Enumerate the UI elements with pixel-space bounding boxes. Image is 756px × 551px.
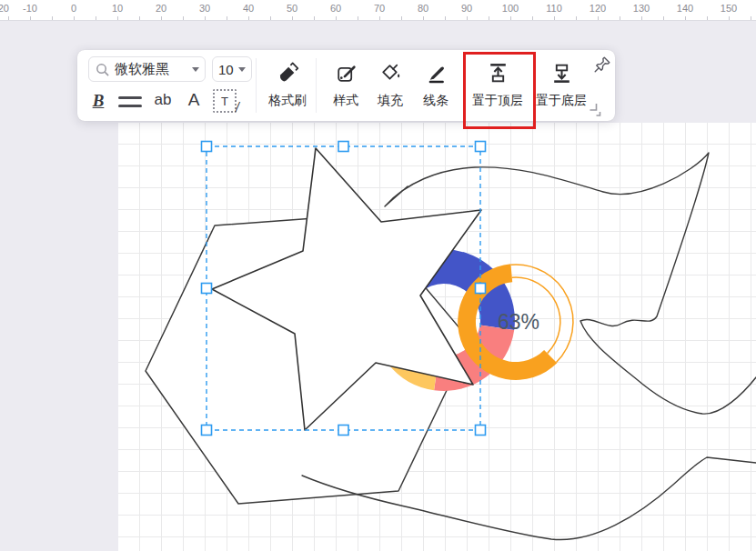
chevron-down-icon xyxy=(192,67,199,72)
a-glyph: A xyxy=(188,90,200,110)
ruler-tick xyxy=(30,16,31,20)
ruler-label: 60 xyxy=(324,3,348,14)
ruler-label: -10 xyxy=(18,3,42,14)
ruler-tick xyxy=(467,16,468,20)
ruler-label: 10 xyxy=(106,3,129,14)
bold-underline-glyph: B xyxy=(93,91,105,111)
send-to-back-label: 置于底层 xyxy=(536,93,587,109)
app-window: { "ruler": { "values": ["-20","-10","0",… xyxy=(0,0,756,551)
ab-glyph: ab xyxy=(155,91,172,109)
send-to-back-button[interactable]: 置于底层 xyxy=(531,55,591,115)
ruler-tick xyxy=(620,16,620,20)
ruler-label: 140 xyxy=(673,3,697,14)
bold-underline-button[interactable]: B xyxy=(86,88,110,114)
ruler-tick xyxy=(248,16,249,20)
ruler-label: 100 xyxy=(499,3,522,14)
ruler-tick xyxy=(139,16,140,20)
ruler-label: 90 xyxy=(455,3,479,14)
bring-to-front-button[interactable]: 置于顶层 xyxy=(468,55,528,115)
ruler-tick xyxy=(532,16,533,20)
collapse-corner-icon[interactable] xyxy=(584,101,604,119)
ruler-tick xyxy=(641,16,642,20)
font-family-select[interactable]: 微软雅黑 xyxy=(88,56,206,82)
ruler-label: 50 xyxy=(280,3,304,14)
ruler-tick xyxy=(663,16,664,20)
drawing-canvas[interactable] xyxy=(118,123,756,551)
ruler-tick xyxy=(270,16,271,20)
ruler-tick xyxy=(576,16,577,20)
ruler-tick xyxy=(598,16,599,20)
ruler-label: 150 xyxy=(717,3,741,14)
line-button[interactable]: 线条 xyxy=(415,55,457,115)
ruler-label: 40 xyxy=(237,3,260,14)
line-icon xyxy=(424,55,449,90)
toolbar-divider xyxy=(316,58,317,113)
ruler-tick xyxy=(314,16,315,20)
ruler-tick xyxy=(751,16,751,20)
ruler-tick xyxy=(74,16,75,20)
format-painter-label: 格式刷 xyxy=(268,93,307,109)
ruler-tick xyxy=(379,16,380,20)
horizontal-lines-icon xyxy=(118,96,142,107)
chevron-down-icon xyxy=(238,67,246,72)
horizontal-ruler: -20-100102030405060708090100110120130140… xyxy=(0,0,756,21)
send-to-back-icon xyxy=(549,55,574,90)
ruler-tick xyxy=(227,16,227,20)
ruler-tick xyxy=(554,16,555,20)
ruler-tick xyxy=(161,16,162,20)
ruler-tick xyxy=(423,16,424,20)
ruler-tick xyxy=(96,16,96,20)
ruler-tick xyxy=(445,16,446,20)
ruler-tick xyxy=(685,16,686,20)
ruler-label: 80 xyxy=(411,3,435,14)
ruler-tick xyxy=(205,16,206,20)
font-size-select[interactable]: 10 xyxy=(212,56,252,82)
text-box-glyph: T xyxy=(221,95,228,108)
style-label: 样式 xyxy=(333,93,358,109)
ruler-tick xyxy=(183,16,184,20)
strikethrough-lines-button[interactable] xyxy=(116,90,145,114)
pin-icon[interactable] xyxy=(592,55,612,75)
ruler-tick xyxy=(729,16,730,20)
ruler-tick xyxy=(489,16,489,20)
ruler-tick xyxy=(401,16,402,20)
font-color-button[interactable]: A xyxy=(181,88,207,112)
font-family-value: 微软雅黑 xyxy=(115,61,188,78)
style-icon xyxy=(334,55,358,90)
ruler-label: 70 xyxy=(368,3,391,14)
toolbar-divider xyxy=(256,58,257,113)
bring-to-front-icon xyxy=(486,55,510,90)
ruler-tick xyxy=(510,16,511,20)
ruler-tick xyxy=(292,16,293,20)
ruler-tick xyxy=(8,16,9,20)
ruler-tick xyxy=(52,16,53,20)
ruler-label: 20 xyxy=(149,3,173,14)
line-label: 线条 xyxy=(423,93,449,109)
ruler-label: 120 xyxy=(586,3,610,14)
text-box-icon: T / xyxy=(213,89,237,113)
ruler-tick xyxy=(358,16,358,20)
ruler-tick xyxy=(336,16,337,20)
format-painter-button[interactable]: 格式刷 xyxy=(262,55,313,115)
ruler-label: -20 xyxy=(0,3,14,14)
fill-icon xyxy=(378,55,403,90)
text-box-button[interactable]: T / xyxy=(210,87,239,115)
font-size-value: 10 xyxy=(218,62,235,77)
ruler-tick xyxy=(707,16,708,20)
style-button[interactable]: 样式 xyxy=(325,55,367,115)
ruler-label: 110 xyxy=(542,3,566,14)
ruler-label: 0 xyxy=(62,3,86,14)
ruler-tick xyxy=(117,16,118,20)
fill-label: 填充 xyxy=(378,93,403,109)
ab-text-button[interactable]: ab xyxy=(148,88,177,112)
text-box-slash: / xyxy=(236,100,239,115)
bring-to-front-label: 置于顶层 xyxy=(472,93,523,109)
ruler-label: 30 xyxy=(193,3,217,14)
format-painter-icon xyxy=(276,55,300,90)
floating-format-toolbar: 微软雅黑 10 格式刷 样式 xyxy=(77,50,615,121)
search-icon xyxy=(95,62,110,77)
fill-button[interactable]: 填充 xyxy=(369,55,411,115)
ruler-label: 130 xyxy=(630,3,653,14)
